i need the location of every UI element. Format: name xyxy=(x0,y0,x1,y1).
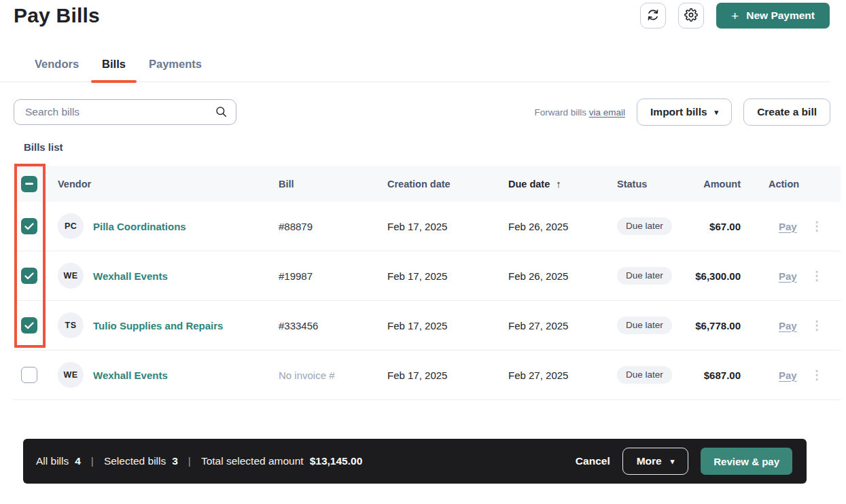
row-checkbox[interactable] xyxy=(21,218,37,234)
bills-toolbar: Forward bills via email Import bills ▾ C… xyxy=(0,98,846,126)
bill-number: No invoice # xyxy=(279,370,387,381)
column-header-bill[interactable]: Bill xyxy=(279,179,387,190)
refresh-button[interactable] xyxy=(640,3,666,29)
pay-bills-page: Pay Bills xyxy=(0,0,846,504)
status-badge: Due later xyxy=(617,317,672,334)
amount: $687.00 xyxy=(685,370,753,381)
refresh-icon xyxy=(646,8,660,24)
row-checkbox[interactable] xyxy=(21,367,37,383)
table-row: WEWexhall Events#19987Feb 17, 2025Feb 26… xyxy=(14,251,841,301)
creation-date: Feb 17, 2025 xyxy=(387,270,508,282)
toolbar-right: Forward bills via email Import bills ▾ C… xyxy=(534,98,830,126)
top-bar: Pay Bills xyxy=(0,0,846,29)
status-badge: Due later xyxy=(617,366,672,384)
bar-actions: Cancel More ▾ Review & pay xyxy=(576,448,792,475)
total-selected-amount: $13,145.00 xyxy=(310,455,363,467)
vendor-avatar: WE xyxy=(58,263,84,289)
due-date: Feb 27, 2025 xyxy=(508,370,617,381)
bill-number: #88879 xyxy=(279,221,387,232)
tab-bar: Vendors Bills Payments xyxy=(0,58,830,82)
row-checkbox[interactable] xyxy=(21,268,37,284)
review-and-pay-button[interactable]: Review & pay xyxy=(701,448,792,475)
search-input[interactable] xyxy=(14,99,236,125)
tab-vendors[interactable]: Vendors xyxy=(24,58,90,82)
tab-bills[interactable]: Bills xyxy=(91,58,137,82)
more-label: More xyxy=(637,455,662,467)
total-selected-label: Total selected amount xyxy=(201,455,304,467)
divider: | xyxy=(91,455,94,467)
status-badge: Due later xyxy=(617,217,672,235)
row-checkbox[interactable] xyxy=(21,317,37,334)
kebab-menu-icon[interactable]: ⋮ xyxy=(811,220,823,232)
pay-link[interactable]: Pay xyxy=(779,370,797,381)
vendor-link[interactable]: Wexhall Events xyxy=(93,370,168,381)
status-badge: Due later xyxy=(617,267,672,285)
creation-date: Feb 17, 2025 xyxy=(387,320,508,331)
forward-bills-label: Forward bills xyxy=(534,107,586,118)
selected-bills-label: Selected bills xyxy=(104,455,166,467)
caret-down-icon: ▾ xyxy=(671,457,675,466)
due-date: Feb 26, 2025 xyxy=(508,270,617,282)
bill-number: #333456 xyxy=(279,320,387,331)
divider: | xyxy=(188,455,191,467)
amount: $67.00 xyxy=(685,221,753,232)
table-body: PCPilla Coordinations#88879Feb 17, 2025F… xyxy=(0,202,846,400)
vendor-link[interactable]: Tulio Supplies and Repairs xyxy=(93,320,223,331)
more-button[interactable]: More ▾ xyxy=(622,448,689,475)
vendor-avatar: PC xyxy=(58,213,84,239)
top-actions: + New Payment xyxy=(640,3,830,29)
select-all-checkbox[interactable] xyxy=(21,176,37,192)
column-header-creation-date[interactable]: Creation date xyxy=(387,179,508,190)
via-email-link[interactable]: via email xyxy=(589,107,625,118)
selection-summary: All bills 4 | Selected bills 3 | Total s… xyxy=(36,455,362,467)
page-title: Pay Bills xyxy=(14,4,100,27)
pay-link[interactable]: Pay xyxy=(779,270,797,282)
selection-action-bar: All bills 4 | Selected bills 3 | Total s… xyxy=(23,439,807,484)
column-header-vendor[interactable]: Vendor xyxy=(58,179,279,190)
table-row: TSTulio Supplies and Repairs#333456Feb 1… xyxy=(14,301,841,350)
column-header-due-date[interactable]: Due date↑ xyxy=(508,178,617,190)
cancel-button[interactable]: Cancel xyxy=(576,455,610,467)
bills-list-label: Bills list xyxy=(24,141,846,153)
table-header-row: Vendor Bill Creation date Due date↑ Stat… xyxy=(14,166,841,202)
bill-number: #19987 xyxy=(279,270,387,282)
creation-date: Feb 17, 2025 xyxy=(387,221,508,232)
search-box xyxy=(14,99,236,125)
amount: $6,778.00 xyxy=(685,320,753,331)
create-bill-label: Create a bill xyxy=(757,106,817,118)
vendor-avatar: TS xyxy=(58,312,84,338)
import-bills-label: Import bills xyxy=(650,106,707,118)
plus-icon: + xyxy=(731,10,739,22)
gear-icon xyxy=(684,8,698,24)
tab-payments[interactable]: Payments xyxy=(138,58,213,82)
creation-date: Feb 17, 2025 xyxy=(387,370,508,381)
bills-table: Vendor Bill Creation date Due date↑ Stat… xyxy=(0,166,846,400)
kebab-menu-icon[interactable]: ⋮ xyxy=(811,369,823,381)
kebab-menu-icon[interactable]: ⋮ xyxy=(811,319,823,331)
kebab-menu-icon[interactable]: ⋮ xyxy=(811,270,823,282)
vendor-avatar: WE xyxy=(58,362,84,388)
settings-button[interactable] xyxy=(678,3,704,29)
pay-link[interactable]: Pay xyxy=(779,221,797,232)
column-header-action: Action xyxy=(753,179,841,190)
due-date-label: Due date xyxy=(508,179,550,190)
sort-ascending-icon: ↑ xyxy=(556,178,561,190)
due-date: Feb 27, 2025 xyxy=(508,320,617,331)
table-row: WEWexhall EventsNo invoice #Feb 17, 2025… xyxy=(14,350,841,400)
vendor-link[interactable]: Wexhall Events xyxy=(93,270,168,282)
import-bills-button[interactable]: Import bills ▾ xyxy=(637,98,732,126)
all-bills-count: 4 xyxy=(75,455,81,467)
new-payment-label: New Payment xyxy=(746,10,815,22)
forward-bills-text: Forward bills via email xyxy=(534,107,625,118)
table-row: PCPilla Coordinations#88879Feb 17, 2025F… xyxy=(14,202,841,251)
due-date: Feb 26, 2025 xyxy=(508,221,617,232)
all-bills-label: All bills xyxy=(36,455,69,467)
column-header-status[interactable]: Status xyxy=(617,179,685,190)
column-header-amount[interactable]: Amount xyxy=(685,179,753,190)
indeterminate-dash-icon xyxy=(25,183,33,185)
vendor-link[interactable]: Pilla Coordinations xyxy=(93,221,186,232)
amount: $6,300.00 xyxy=(685,270,753,282)
create-bill-button[interactable]: Create a bill xyxy=(743,98,830,126)
new-payment-button[interactable]: + New Payment xyxy=(716,3,830,29)
pay-link[interactable]: Pay xyxy=(779,320,797,331)
